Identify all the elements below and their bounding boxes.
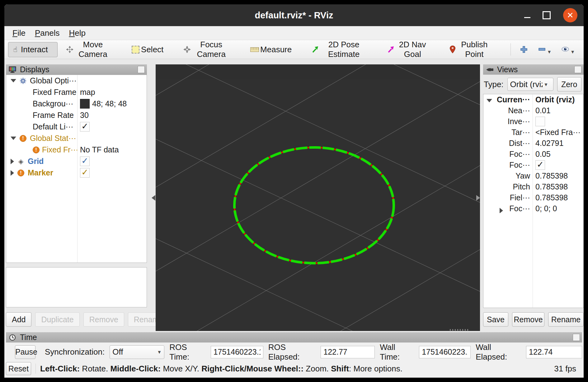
view-property-row[interactable]: Curren···Orbit (rviz): [483, 94, 583, 105]
render-viewport[interactable]: [156, 64, 480, 331]
checkbox[interactable]: ✓: [535, 160, 545, 170]
tool-eye[interactable]: ▼: [560, 44, 576, 55]
expand-icon[interactable]: [500, 208, 503, 213]
rename-view-button[interactable]: Rename: [548, 312, 584, 327]
displays-panel-title: Displays: [20, 65, 49, 74]
maximize-button[interactable]: [542, 4, 551, 26]
view-property-row[interactable]: Yaw0.785398: [483, 170, 583, 181]
property-value[interactable]: Orbit (rviz): [535, 95, 575, 104]
remove-view-button[interactable]: Remove: [512, 312, 544, 327]
checkbox[interactable]: ✓: [80, 168, 90, 178]
views-panel-header[interactable]: Views: [483, 64, 584, 75]
property-value[interactable]: 4.02791: [535, 139, 563, 148]
synchronization-select[interactable]: Off ▼: [110, 345, 164, 359]
view-property-row[interactable]: Inve···: [483, 116, 583, 127]
view-property-row[interactable]: Pitch0.785398: [483, 181, 583, 192]
add-display-button[interactable]: Add: [6, 312, 31, 327]
duplicate-display-button[interactable]: Duplicate: [35, 312, 79, 327]
ros-time-input[interactable]: [211, 346, 263, 358]
save-view-button[interactable]: Save: [483, 312, 508, 327]
statusbar: Reset Left-Click: Rotate. Middle-Click: …: [4, 361, 584, 378]
expand-icon[interactable]: [11, 170, 14, 176]
zero-button[interactable]: Zero: [557, 77, 581, 91]
viewport-resize-grip[interactable]: [450, 329, 470, 331]
property-value[interactable]: 0; 0; 0: [535, 204, 557, 213]
remove-display-button[interactable]: Remove: [83, 312, 124, 327]
checkbox[interactable]: ✓: [80, 156, 90, 166]
time-float-button[interactable]: [573, 334, 580, 341]
display-property-row[interactable]: Frame Rate30: [6, 109, 147, 121]
move-arrows-icon: [66, 45, 73, 54]
view-property-row[interactable]: Fiel···0.785398: [483, 192, 583, 203]
pause-button[interactable]: Pause: [15, 345, 35, 359]
wall-elapsed-input[interactable]: [526, 346, 582, 358]
tool-2d-nav-goal[interactable]: 2D Nav Goal: [386, 38, 431, 61]
eye-icon: [561, 45, 570, 54]
property-value[interactable]: 0.785398: [535, 182, 568, 191]
collapse-icon[interactable]: [11, 79, 16, 82]
time-panel-header[interactable]: Time: [6, 332, 582, 342]
views-float-button[interactable]: [574, 66, 581, 73]
chevron-down-icon: ▼: [547, 49, 552, 54]
tool-zoom-out-minus[interactable]: ▼: [537, 44, 552, 55]
displays-tree: Global Opti···Fixed FramemapBackgrou···4…: [6, 75, 147, 263]
menu-item-file[interactable]: File: [12, 28, 26, 38]
view-type-select[interactable]: Orbit (rviz) ▼: [507, 78, 553, 91]
display-property-row[interactable]: Default Li···✓: [6, 121, 147, 133]
tool-interact[interactable]: ☝Interact: [8, 42, 58, 57]
display-property-row[interactable]: !Fixed Fr···No TF data: [6, 144, 147, 156]
color-swatch[interactable]: [80, 99, 90, 109]
toolbar-divider: [510, 43, 511, 56]
titlebar[interactable]: default.rviz* - RViz ✕: [4, 4, 584, 26]
collapse-icon[interactable]: [11, 137, 16, 140]
tool-zoom-in-plus[interactable]: [519, 44, 529, 54]
hint-key: Middle-Click:: [110, 364, 161, 373]
property-value[interactable]: 0.05: [535, 150, 551, 159]
property-value[interactable]: No TF data: [80, 145, 119, 154]
close-button[interactable]: ✕: [563, 4, 577, 26]
view-property-row[interactable]: Foc···0; 0; 0: [483, 203, 583, 214]
hint-desc: Move X/Y.: [161, 364, 201, 373]
property-value[interactable]: <Fixed Fra···: [535, 128, 581, 137]
checkbox[interactable]: [535, 117, 545, 126]
collapse-left-panel-icon[interactable]: [152, 195, 155, 201]
tool-focus-camera[interactable]: Focus Camera: [182, 38, 232, 61]
property-value[interactable]: 48; 48; 48: [92, 99, 127, 108]
tool-publish-point[interactable]: Publish Point: [448, 38, 493, 61]
tool-move-camera[interactable]: Move Camera: [64, 38, 113, 61]
property-value[interactable]: 0.785398: [535, 193, 568, 202]
ros-elapsed-input[interactable]: [321, 346, 375, 358]
menu-item-panels[interactable]: Panels: [35, 28, 60, 38]
display-property-row[interactable]: ◈Grid✓: [6, 156, 147, 167]
displays-panel-header[interactable]: Displays: [6, 64, 147, 75]
display-property-row[interactable]: !Marker✓: [6, 167, 147, 179]
display-property-row[interactable]: Global Opti···: [6, 75, 147, 86]
property-value-cell: 0.01: [533, 106, 551, 115]
property-value[interactable]: 0.01: [535, 106, 551, 115]
tool-2d-pose-estimate[interactable]: 2D Pose Estimate: [310, 38, 369, 61]
tool-select[interactable]: Select: [129, 43, 165, 57]
view-property-row[interactable]: Foc···0.05: [483, 149, 583, 160]
expand-icon[interactable]: [11, 159, 14, 164]
display-property-row[interactable]: !Global Stat···: [6, 133, 147, 144]
collapse-icon[interactable]: [487, 99, 492, 102]
wall-time-input[interactable]: [419, 346, 471, 358]
property-value[interactable]: 30: [80, 111, 89, 120]
property-value[interactable]: 0.785398: [535, 171, 568, 180]
property-name: Global Opti···: [30, 76, 77, 85]
property-value[interactable]: map: [80, 88, 95, 97]
reset-button[interactable]: Reset: [6, 362, 31, 375]
view-property-row[interactable]: Dist···4.02791: [483, 138, 583, 149]
displays-float-button[interactable]: [138, 66, 145, 73]
display-property-row[interactable]: Fixed Framemap: [6, 86, 147, 98]
minimize-button[interactable]: [523, 4, 532, 26]
status-divider: [35, 364, 36, 374]
view-property-row[interactable]: Foc···✓: [483, 160, 583, 170]
tool-measure[interactable]: Measure: [249, 43, 293, 57]
menu-item-help[interactable]: Help: [69, 28, 85, 38]
checkbox[interactable]: ✓: [80, 122, 90, 132]
view-property-row[interactable]: Nea···0.01: [483, 105, 583, 116]
display-property-row[interactable]: Backgrou···48; 48; 48: [6, 98, 147, 109]
collapse-right-panel-icon[interactable]: [476, 195, 480, 201]
view-property-row[interactable]: Tar···<Fixed Fra···: [483, 127, 583, 138]
